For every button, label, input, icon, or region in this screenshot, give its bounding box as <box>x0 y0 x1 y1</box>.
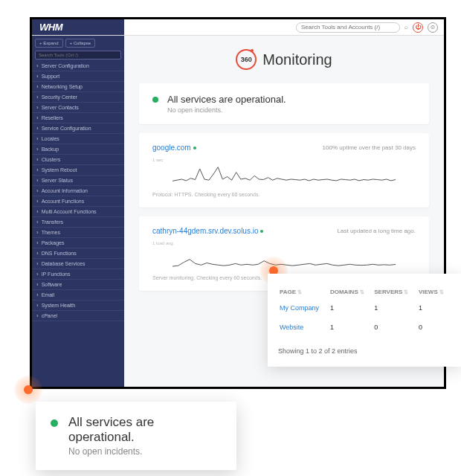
status-popup: All services are operational. No open in… <box>36 402 236 470</box>
sparkline-chart <box>152 162 416 184</box>
sidebar-item[interactable]: System Reboot <box>32 165 124 176</box>
sidebar-item[interactable]: Server Contacts <box>32 103 124 113</box>
popup-title: All services are operational. <box>68 415 222 445</box>
status-dot-icon <box>51 419 58 427</box>
sidebar-item[interactable]: IP Functions <box>32 269 124 280</box>
site-meta: Last updated a long time ago. <box>338 228 416 234</box>
site-link[interactable]: google.com <box>152 144 196 152</box>
status-title: All services are operational. <box>167 94 286 105</box>
table-header[interactable]: DOMAINS⇅ <box>329 286 373 298</box>
global-search-input[interactable] <box>296 22 400 33</box>
user-icon[interactable]: ☺ <box>428 22 438 33</box>
sidebar-item[interactable]: Resellers <box>32 113 124 123</box>
pages-table: PAGE⇅DOMAINS⇅SERVERS⇅VIEWS⇅ My Company11… <box>278 286 451 337</box>
sidebar-list: Server ConfigurationSupportNetworking Se… <box>32 61 124 387</box>
sidebar-item[interactable]: Themes <box>32 228 124 238</box>
table-cell: 0 <box>417 318 451 337</box>
notification-icon[interactable]: ⏻ <box>413 22 423 33</box>
sidebar: + Expand + Collapse Server Configuration… <box>32 36 124 387</box>
table-cell: 1 <box>329 298 373 318</box>
site-link[interactable]: cathryn-44gdem.srv.dev.solus.io <box>152 227 263 235</box>
sidebar-item[interactable]: Networking Setup <box>32 82 124 92</box>
top-right: ⌕ ⏻ ☺ <box>296 19 444 35</box>
sidebar-item[interactable]: Locales <box>32 134 124 144</box>
status-card: All services are operational. No open in… <box>139 83 429 124</box>
table-cell: 1 <box>373 298 417 318</box>
360-logo-icon: 360 <box>236 49 257 70</box>
page-link[interactable]: Website <box>278 318 329 337</box>
status-subtitle: No open incidents. <box>167 106 286 114</box>
collapse-button[interactable]: + Collapse <box>65 39 96 48</box>
table-cell: 1 <box>417 298 451 318</box>
sidebar-item[interactable]: Security Center <box>32 92 124 103</box>
search-icon: ⌕ <box>404 24 408 30</box>
sidebar-item[interactable]: Email <box>32 290 124 300</box>
sidebar-search-input[interactable] <box>35 51 121 60</box>
table-header[interactable]: VIEWS⇅ <box>417 286 451 298</box>
data-table-card: PAGE⇅DOMAINS⇅SERVERS⇅VIEWS⇅ My Company11… <box>268 274 461 367</box>
table-cell: 0 <box>373 318 417 337</box>
sidebar-item[interactable]: Service Configuration <box>32 123 124 134</box>
sidebar-item[interactable]: cPanel <box>32 311 124 321</box>
sidebar-item[interactable]: Server Status <box>32 176 124 186</box>
sidebar-item[interactable]: Transfers <box>32 217 124 228</box>
sidebar-item[interactable]: Multi Account Functions <box>32 207 124 217</box>
status-dot-icon <box>193 147 196 149</box>
sidebar-item[interactable]: Server Configuration <box>32 61 124 71</box>
status-dot-icon <box>152 97 158 103</box>
sidebar-item[interactable]: System Health <box>32 300 124 311</box>
status-dot-icon <box>260 230 263 233</box>
table-row: My Company111 <box>278 298 451 318</box>
sidebar-item[interactable]: Backup <box>32 144 124 155</box>
sidebar-item[interactable]: DNS Functions <box>32 248 124 259</box>
expand-button[interactable]: + Expand <box>35 39 63 48</box>
page-title: Monitoring <box>262 51 332 68</box>
sidebar-item[interactable]: Software <box>32 280 124 290</box>
table-cell: 1 <box>329 318 373 337</box>
sidebar-item[interactable]: Support <box>32 71 124 82</box>
sidebar-item[interactable]: Packages <box>32 238 124 248</box>
sidebar-item[interactable]: Clusters <box>32 155 124 165</box>
table-footer: Showing 1 to 2 of 2 entries <box>278 347 451 355</box>
page-link[interactable]: My Company <box>278 298 329 318</box>
sidebar-item[interactable]: Database Services <box>32 259 124 269</box>
sidebar-item[interactable]: Account Information <box>32 186 124 196</box>
table-header[interactable]: SERVERS⇅ <box>373 286 417 298</box>
table-header[interactable]: PAGE⇅ <box>278 286 329 298</box>
popup-subtitle: No open incidents. <box>68 446 222 457</box>
sparkline-chart <box>152 245 416 268</box>
topbar: WHM ⌕ ⏻ ☺ <box>32 19 444 36</box>
site-card-1: google.com 100% uptime over the past 30 … <box>139 133 429 208</box>
whm-logo: WHM <box>32 19 124 35</box>
brand: 360 Monitoring <box>139 49 429 70</box>
site-meta: 100% uptime over the past 30 days <box>323 144 416 151</box>
sidebar-item[interactable]: Account Functions <box>32 196 124 207</box>
card-footer: Protocol: HTTPS. Checking every 60 secon… <box>152 192 416 197</box>
table-row: Website100 <box>278 318 451 337</box>
